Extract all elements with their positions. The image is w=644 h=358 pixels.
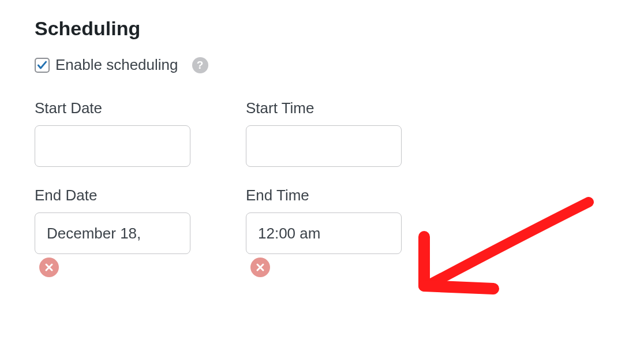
- start-time-label: Start Time: [246, 99, 402, 117]
- start-date-input[interactable]: [35, 125, 190, 167]
- start-time-input[interactable]: [246, 125, 402, 167]
- end-time-group: End Time: [246, 187, 402, 277]
- date-column: Start Date End Date: [35, 99, 190, 297]
- end-date-label: End Date: [35, 187, 190, 204]
- enable-scheduling-row: Enable scheduling ?: [35, 56, 609, 74]
- start-date-group: Start Date: [35, 99, 190, 167]
- help-icon[interactable]: ?: [192, 57, 208, 73]
- end-date-group: End Date: [35, 187, 190, 277]
- close-icon: [44, 263, 54, 272]
- enable-scheduling-checkbox[interactable]: [35, 58, 50, 73]
- clear-end-date-button[interactable]: [39, 258, 59, 277]
- fields-grid: Start Date End Date Start Time End Time: [35, 99, 609, 297]
- time-column: Start Time End Time: [246, 99, 402, 297]
- section-title: Scheduling: [35, 17, 609, 40]
- checkmark-icon: [36, 59, 48, 71]
- end-time-input[interactable]: [246, 212, 402, 254]
- end-date-input[interactable]: [35, 212, 190, 254]
- clear-end-time-button[interactable]: [250, 258, 270, 277]
- enable-scheduling-label: Enable scheduling: [55, 56, 178, 74]
- end-time-label: End Time: [246, 187, 402, 204]
- close-icon: [256, 263, 265, 272]
- start-time-group: Start Time: [246, 99, 402, 167]
- start-date-label: Start Date: [35, 99, 190, 117]
